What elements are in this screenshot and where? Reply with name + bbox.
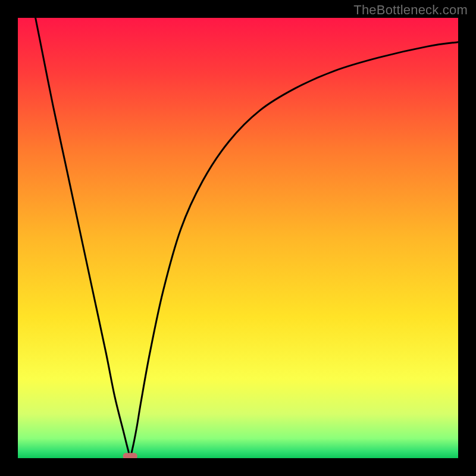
bottleneck-curve-chart xyxy=(18,18,458,458)
plot-area xyxy=(18,18,458,458)
gradient-background xyxy=(18,18,458,458)
watermark-text: TheBottleneck.com xyxy=(353,2,468,18)
optimal-point-marker xyxy=(123,453,137,458)
chart-frame: TheBottleneck.com xyxy=(0,0,476,476)
